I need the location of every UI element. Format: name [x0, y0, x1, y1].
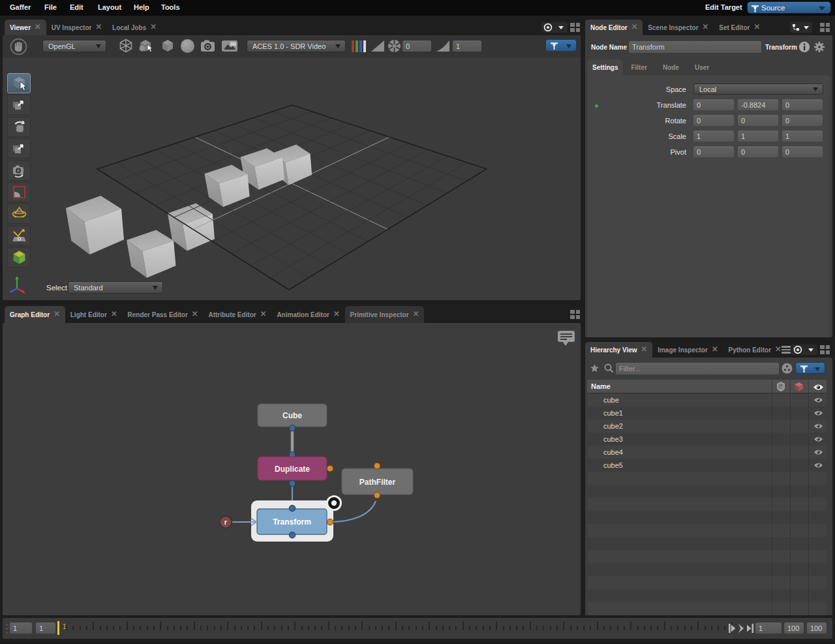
- svg-text:Transform: Transform: [273, 517, 311, 527]
- svg-text:Duplicate: Duplicate: [275, 465, 310, 474]
- svg-text:PathFilter: PathFilter: [359, 478, 396, 487]
- svg-text:r: r: [224, 518, 228, 526]
- svg-text:Cube: Cube: [282, 411, 302, 420]
